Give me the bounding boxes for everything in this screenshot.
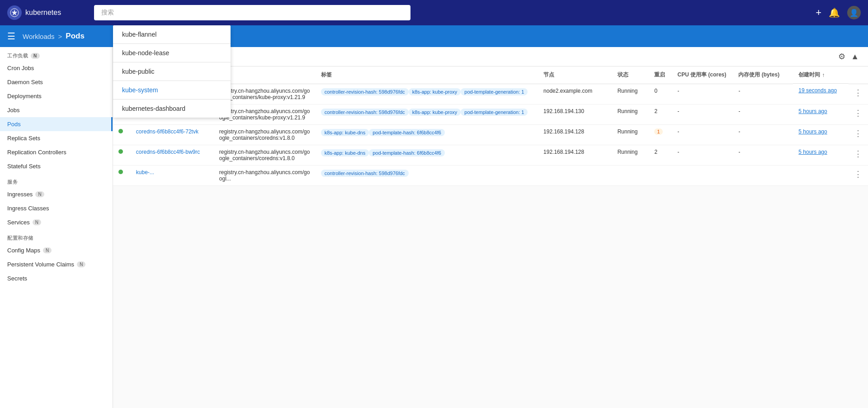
sidebar-item-cron-jobs[interactable]: Cron Jobs <box>0 61 113 75</box>
table-row: coredns-6f6b8cc4f6-bw9rcregistry.cn-hang… <box>113 145 868 165</box>
ns-item-kubernetes-dashboard[interactable]: kubernetes-dashboard <box>113 100 231 118</box>
pod-status-text-cell: Running <box>612 84 649 104</box>
sidebar-item-ingresses[interactable]: Ingresses N <box>0 187 113 201</box>
pod-tags-cell: controller-revision-hash: 598d976fdck8s-… <box>316 84 538 104</box>
config-maps-badge: N <box>43 247 52 253</box>
pod-restart-cell: 2 <box>649 145 672 165</box>
tag-chip: controller-revision-hash: 598d976fdc <box>321 88 409 95</box>
col-mem-header: 内存使用 (bytes) <box>733 66 793 84</box>
pod-name-link[interactable]: coredns-6f6b8cc4f6-72tvk <box>136 128 198 135</box>
pod-more-button[interactable]: ⋮ <box>854 149 862 158</box>
pod-node-cell: 192.168.194.128 <box>538 145 612 165</box>
sort-icon[interactable]: ▲ <box>851 52 859 62</box>
pod-time-link[interactable]: 5 hours ago <box>798 108 827 114</box>
pod-node-cell <box>538 165 612 185</box>
col-actions-header <box>849 66 868 84</box>
sidebar-item-services[interactable]: Services N <box>0 215 113 229</box>
filter-icon[interactable]: ⚙ <box>838 52 845 62</box>
notification-icon[interactable]: 🔔 <box>829 7 840 18</box>
sidebar-item-replica-sets[interactable]: Replica Sets <box>0 131 113 145</box>
section-workloads: 工作负载 N <box>0 47 113 61</box>
pod-time-cell: 5 hours ago <box>793 104 849 124</box>
pod-node-cell: 192.168.194.130 <box>538 104 612 124</box>
pod-time-link[interactable]: 5 hours ago <box>798 149 827 155</box>
sidebar-item-daemon-sets[interactable]: Daemon Sets <box>0 75 113 89</box>
kubernetes-logo-icon <box>7 5 22 20</box>
pod-image-cell: registry.cn-hangzhou.aliyuncs.com/google… <box>214 145 316 165</box>
pod-time-link[interactable]: 19 seconds ago <box>798 87 837 94</box>
sidebar-item-pods[interactable]: Pods <box>0 117 113 131</box>
sidebar-item-secrets[interactable]: Secrets <box>0 271 113 285</box>
main-layout: 工作负载 N Cron Jobs Daemon Sets Deployments… <box>0 47 868 408</box>
logo-area: kubernetes <box>7 5 89 20</box>
ns-item-kube-public[interactable]: kube-public <box>113 62 231 81</box>
sidebar-item-stateful-sets[interactable]: Stateful Sets <box>0 159 113 173</box>
pod-time-cell: 19 seconds ago <box>793 84 849 104</box>
sidebar-item-deployments[interactable]: Deployments <box>0 89 113 103</box>
tag-chip: pod-template-hash: 6f6b8cc4f6 <box>369 149 445 157</box>
col-time-header: 创建时间 ↑ <box>793 66 849 84</box>
sidebar-item-jobs[interactable]: Jobs <box>0 103 113 117</box>
pod-time-link[interactable]: 5 hours ago <box>798 128 827 135</box>
pod-node-cell: node2.example.com <box>538 84 612 104</box>
pod-cpu-cell: - <box>672 124 733 145</box>
ingresses-badge: N <box>35 191 44 197</box>
pod-cpu-cell: - <box>672 145 733 165</box>
ns-item-kube-flannel[interactable]: kube-flannel <box>113 25 231 43</box>
col-node-header: 节点 <box>538 66 612 84</box>
pod-status-text-cell <box>612 165 649 185</box>
sidebar: 工作负载 N Cron Jobs Daemon Sets Deployments… <box>0 47 113 408</box>
pod-node-cell: 192.168.194.128 <box>538 124 612 145</box>
tag-chip: k8s-app: kube-proxy <box>409 109 461 116</box>
sidebar-toggle-icon[interactable]: ☰ <box>7 31 15 42</box>
pod-time-cell: 5 hours ago <box>793 124 849 145</box>
sidebar-item-pvc[interactable]: Persistent Volume Claims N <box>0 257 113 271</box>
add-button[interactable]: + <box>816 7 821 19</box>
sidebar-item-replication-controllers[interactable]: Replication Controllers <box>0 145 113 159</box>
pod-image-cell: registry.cn-hangzhou.aliyuncs.com/google… <box>214 124 316 145</box>
sidebar-item-ingress-classes[interactable]: Ingress Classes <box>0 201 113 215</box>
tag-chip: k8s-app: kube-dns <box>321 129 369 136</box>
pod-more-button[interactable]: ⋮ <box>854 109 862 118</box>
pod-more-button[interactable]: ⋮ <box>854 129 862 138</box>
pod-time-cell <box>793 165 849 185</box>
pod-cpu-cell <box>672 165 733 185</box>
sidebar-item-config-maps[interactable]: Config Maps N <box>0 243 113 257</box>
pod-more-actions-cell: ⋮ <box>849 104 868 124</box>
breadcrumb-workloads[interactable]: Workloads <box>23 33 55 40</box>
col-cpu-header: CPU 使用率 (cores) <box>672 66 733 84</box>
col-restart-header: 重启 <box>649 66 672 84</box>
pod-tags-cell: k8s-app: kube-dnspod-template-hash: 6f6b… <box>316 145 538 165</box>
restart-badge: 1 <box>654 128 662 135</box>
pod-name-cell: coredns-6f6b8cc4f6-bw9rc <box>131 145 214 165</box>
namespace-dropdown[interactable]: kube-flannel kube-node-lease kube-public… <box>113 25 231 118</box>
pod-restart-cell: 0 <box>649 84 672 104</box>
pod-name-link[interactable]: kube-... <box>136 169 154 176</box>
top-nav: kubernetes 搜索 + 🔔 👤 <box>0 0 868 25</box>
pod-mem-cell: - <box>733 145 793 165</box>
pod-more-actions-cell: ⋮ <box>849 145 868 165</box>
pod-more-actions-cell: ⋮ <box>849 84 868 104</box>
status-indicator <box>118 129 123 133</box>
pod-more-button[interactable]: ⋮ <box>854 88 862 97</box>
pod-more-button[interactable]: ⋮ <box>854 170 862 179</box>
tag-chip: controller-revision-hash: 598d976fdc <box>321 109 409 116</box>
col-tags-header: 标签 <box>316 66 538 84</box>
pod-name-link[interactable]: coredns-6f6b8cc4f6-bw9rc <box>136 149 200 155</box>
tag-chip: k8s-app: kube-proxy <box>409 88 461 95</box>
section-services: 服务 <box>0 173 113 187</box>
ns-item-kube-system[interactable]: kube-system <box>113 81 231 99</box>
ns-item-kube-node-lease[interactable]: kube-node-lease <box>113 44 231 62</box>
status-indicator <box>118 170 123 174</box>
search-placeholder: 搜索 <box>101 9 114 16</box>
pod-name-cell: kube-... <box>131 165 214 185</box>
pod-status-dot <box>113 165 131 185</box>
breadcrumb-current: Pods <box>66 32 85 41</box>
pod-restart-cell: 2 <box>649 104 672 124</box>
svg-marker-1 <box>12 9 18 15</box>
user-avatar[interactable]: 👤 <box>847 6 861 19</box>
pod-time-cell: 5 hours ago <box>793 145 849 165</box>
pod-status-text-cell: Running <box>612 145 649 165</box>
col-status-text-header: 状态 <box>612 66 649 84</box>
search-bar[interactable]: 搜索 <box>94 5 410 20</box>
